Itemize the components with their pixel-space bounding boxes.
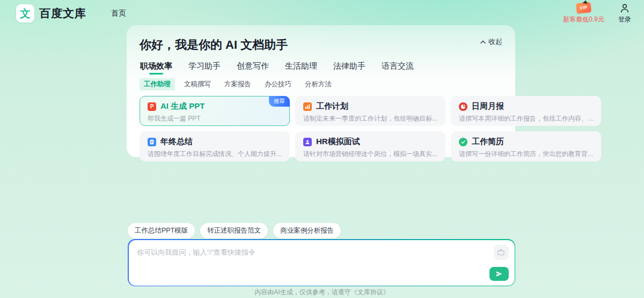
subtab-work-assistant[interactable]: 工作助理 — [140, 78, 175, 91]
chevron-up-icon — [480, 40, 486, 44]
collapse-label: 收起 — [488, 37, 502, 47]
vip-promo-text[interactable]: 新客最低0.9元 — [563, 15, 604, 24]
login[interactable]: 登录 — [618, 3, 631, 24]
collapse-button[interactable]: 收起 — [480, 37, 502, 47]
card-hr-mock-interview[interactable]: HR模拟面试 请针对市场营销经理这个岗位，模拟一场真实... — [295, 131, 445, 161]
composer-inner — [129, 240, 515, 286]
card-ai-generate-ppt[interactable]: 推荐 P AI 生成 PPT 帮我生成一篇 PPT — [140, 96, 290, 126]
card-desc: 请撰写本周详细的工作报告，包括工作内容、... — [459, 114, 593, 123]
logo-glyph: 文 — [20, 6, 31, 21]
card-daily-weekly-monthly-report[interactable]: 日周月报 请撰写本周详细的工作报告，包括工作内容、... — [451, 96, 601, 126]
tab-study-assistant[interactable]: 学习助手 — [188, 61, 221, 76]
card-title: HR模拟面试 — [316, 137, 360, 147]
pie-report-icon — [459, 102, 467, 111]
ppt-icon: P — [148, 102, 156, 111]
prompt-cards: 推荐 P AI 生成 PPT 帮我生成一篇 PPT 工作计划 请制定未来一季度的… — [140, 96, 502, 161]
panel-head: 你好，我是你的 AI 文档助手 收起 — [140, 34, 502, 53]
card-title: 日周月报 — [472, 101, 504, 111]
card-year-end-summary[interactable]: 年终总结 请围绕年度工作目标完成情况、个人能力提升... — [140, 131, 290, 161]
card-desc: 帮我生成一篇 PPT — [148, 114, 282, 123]
chip-business-case-analysis-report[interactable]: 商业案例分析报告 — [273, 223, 341, 239]
quick-prompts: 工作总结PPT模版 转正述职报告范文 商业案例分析报告 — [128, 223, 341, 239]
chip-work-summary-ppt-template[interactable]: 工作总结PPT模版 — [128, 223, 195, 239]
brand[interactable]: 文 百度文库 — [16, 4, 86, 23]
person-icon — [303, 138, 312, 146]
page-title: 你好，我是你的 AI 文档助手 — [140, 37, 288, 53]
baidu-wenku-home: 文 百度文库 首页 VIP 新客最低0.9元 登录 你好，我是你的 AI 文档助… — [0, 0, 644, 298]
card-title: 工作计划 — [316, 101, 348, 111]
tab-life-assistant[interactable]: 生活助理 — [284, 61, 318, 76]
card-title: AI 生成 PPT — [160, 101, 205, 111]
check-icon — [459, 138, 467, 146]
recommend-badge: 推荐 — [269, 96, 290, 107]
tab-workplace-efficiency[interactable]: 职场效率 — [140, 61, 173, 76]
send-button[interactable] — [489, 267, 509, 281]
subtab-analysis-methods[interactable]: 分析方法 — [301, 78, 336, 91]
top-right-actions: VIP 新客最低0.9元 登录 — [563, 3, 631, 24]
nav-home[interactable]: 首页 — [111, 9, 126, 18]
tab-creative-writing[interactable]: 创意写作 — [236, 61, 269, 76]
send-icon — [495, 270, 503, 278]
footer-disclaimer: 内容由AI生成，仅供参考，请遵守《文库协议》 — [0, 288, 644, 297]
card-desc: 请围绕年度工作目标完成情况、个人能力提升... — [148, 150, 282, 159]
subtab-proposal-report[interactable]: 方案报告 — [220, 78, 255, 91]
login-label[interactable]: 登录 — [618, 15, 631, 24]
card-work-plan[interactable]: 工作计划 请制定未来一季度的工作计划，包括明确目标... — [295, 96, 445, 126]
category-tabs: 职场效率 学习助手 创意写作 生活助理 法律助手 语言交流 — [140, 61, 502, 76]
top-bar: 文 百度文库 首页 VIP 新客最低0.9元 登录 — [0, 0, 644, 27]
card-desc: 请针对市场营销经理这个岗位，模拟一场真实... — [303, 150, 437, 159]
document-icon — [148, 138, 156, 146]
chat-input[interactable] — [129, 240, 482, 279]
card-work-resume[interactable]: 工作简历 请撰写一份详细的工作简历，突出您的教育背... — [451, 131, 601, 161]
subtab-manuscript-writing[interactable]: 文稿撰写 — [180, 78, 215, 91]
toolbox-button[interactable] — [494, 245, 509, 260]
card-desc: 请制定未来一季度的工作计划，包括明确目标... — [303, 114, 437, 123]
subcategory-tabs: 工作助理 文稿撰写 方案报告 办公技巧 分析方法 — [140, 78, 502, 91]
brand-name[interactable]: 百度文库 — [39, 6, 86, 21]
card-desc: 请撰写一份详细的工作简历，突出您的教育背... — [459, 150, 593, 159]
disclaimer-text: 内容由AI生成，仅供参考，请遵守 — [254, 288, 350, 296]
composer — [128, 239, 515, 286]
vip-badge-label: VIP — [580, 5, 588, 10]
vip-promo[interactable]: VIP 新客最低0.9元 — [563, 3, 604, 24]
user-icon — [619, 3, 630, 13]
card-title: 年终总结 — [160, 137, 193, 147]
tab-legal-assistant[interactable]: 法律助手 — [333, 61, 366, 76]
subtab-office-tips[interactable]: 办公技巧 — [260, 78, 296, 91]
bar-chart-icon — [303, 102, 312, 111]
agreement-link[interactable]: 《文库协议》 — [351, 288, 390, 296]
briefcase-icon — [497, 248, 505, 256]
tab-language-exchange[interactable]: 语言交流 — [381, 61, 414, 76]
vip-icon[interactable]: VIP — [576, 2, 591, 14]
wenku-logo-icon[interactable]: 文 — [16, 4, 34, 23]
card-title: 工作简历 — [472, 137, 504, 147]
ai-assistant-panel: 你好，我是你的 AI 文档助手 收起 职场效率 学习助手 创意写作 生活助理 法… — [127, 25, 515, 157]
chip-probation-report-sample[interactable]: 转正述职报告范文 — [200, 223, 268, 239]
